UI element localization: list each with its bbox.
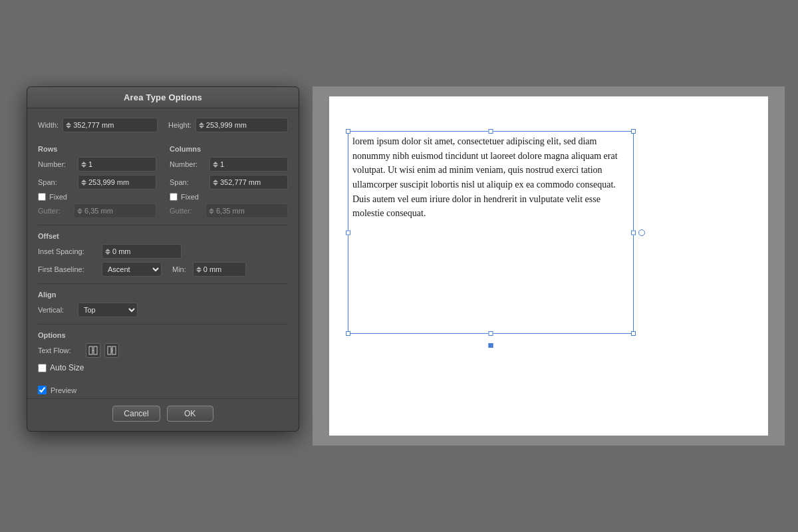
width-down-arrow[interactable] (66, 126, 71, 128)
columns-block: Columns Number: 1 Span: (170, 138, 288, 218)
columns-gutter-label: Gutter: (170, 207, 205, 215)
align-title: Align (38, 291, 288, 299)
handle-middle-left[interactable] (346, 230, 350, 235)
rows-columns-section: Rows Number: 1 Span: (38, 138, 288, 218)
area-type-options-dialog: Area Type Options Width: 352,777 mm (27, 86, 299, 432)
vertical-align-row: Vertical: Top Center Bottom (38, 303, 288, 317)
width-height-row: Width: 352,777 mm Height: (38, 118, 288, 136)
columns-fixed-row: Fixed (170, 193, 288, 201)
width-spinner[interactable] (66, 122, 71, 128)
height-input[interactable]: 253,999 mm (196, 118, 288, 132)
preview-checkbox[interactable] (38, 386, 47, 394)
height-value: 253,999 mm (206, 121, 285, 129)
width-value: 352,777 mm (73, 121, 154, 129)
rows-gutter-input: 6,35 mm (74, 203, 156, 218)
height-spinner[interactable] (199, 122, 204, 128)
text-flow-icon-1[interactable] (86, 343, 100, 358)
columns-span-input[interactable]: 352,777 mm (209, 175, 288, 190)
first-baseline-select[interactable]: Ascent Cap Height Leading x Height Em Bo… (102, 262, 162, 277)
offset-title: Offset (38, 232, 288, 240)
svg-rect-0 (89, 346, 92, 354)
dialog-title: Area Type Options (27, 87, 299, 108)
canvas-area: lorem ipsum dolor sit amet, consectetuer… (313, 86, 785, 446)
width-label: Width: (38, 121, 59, 129)
rows-title: Rows (38, 145, 156, 153)
columns-number-label: Number: (170, 160, 205, 168)
min-spinner[interactable] (196, 267, 201, 273)
text-flow-row: Text Flow: (38, 343, 288, 358)
rows-fixed-row: Fixed (38, 193, 156, 201)
text-flow-icons (86, 343, 119, 358)
text-box[interactable]: lorem ipsum dolor sit amet, consectetuer… (348, 131, 634, 334)
columns-number-value: 1 (220, 160, 285, 168)
columns-gutter-value: 6,35 mm (216, 207, 285, 215)
inset-spacing-input[interactable]: 0 mm (102, 244, 182, 259)
columns-number-input[interactable]: 1 (209, 157, 288, 172)
height-label: Height: (168, 121, 192, 129)
svg-rect-3 (108, 346, 111, 354)
width-up-arrow[interactable] (66, 122, 71, 125)
white-canvas: lorem ipsum dolor sit amet, consectetuer… (329, 96, 768, 436)
columns-title: Columns (170, 145, 288, 153)
columns-span-spinner[interactable] (213, 180, 218, 186)
rows-span-label: Span: (38, 178, 74, 186)
text-flow-icon-2[interactable] (104, 343, 119, 358)
divider-2 (38, 283, 288, 284)
ok-button[interactable]: OK (167, 406, 213, 422)
first-baseline-row: First Baseline: Ascent Cap Height Leadin… (38, 262, 288, 277)
handle-top-right[interactable] (631, 129, 636, 134)
divider-1 (38, 225, 288, 225)
rows-number-input[interactable]: 1 (78, 157, 156, 172)
vertical-align-select[interactable]: Top Center Bottom (78, 303, 138, 317)
align-section: Align Vertical: Top Center Bottom (38, 291, 288, 317)
dialog-footer: Cancel OK (27, 398, 299, 431)
height-down-arrow[interactable] (199, 126, 204, 128)
width-section: Width: 352,777 mm (38, 118, 158, 136)
options-section: Options Text Flow: (38, 331, 288, 358)
columns-fixed-checkbox[interactable] (170, 193, 178, 201)
vertical-label: Vertical: (38, 306, 74, 314)
height-up-arrow[interactable] (199, 122, 204, 125)
inset-spacing-spinner[interactable] (105, 249, 110, 255)
columns-gutter-row: Gutter: 6,35 mm (170, 203, 288, 218)
auto-size-row: Auto Size (38, 363, 288, 372)
rows-span-input[interactable]: 253,999 mm (78, 175, 156, 190)
columns-fixed-label: Fixed (181, 193, 199, 201)
rows-block: Rows Number: 1 Span: (38, 138, 156, 218)
width-input[interactable]: 352,777 mm (63, 118, 158, 132)
rows-gutter-row: Gutter: 6,35 mm (38, 203, 156, 218)
cancel-button[interactable]: Cancel (112, 406, 160, 422)
handle-top-middle[interactable] (489, 129, 493, 134)
rows-span-spinner[interactable] (81, 180, 86, 186)
first-baseline-label: First Baseline: (38, 265, 98, 273)
columns-gutter-input: 6,35 mm (205, 203, 288, 218)
inset-spacing-row: Inset Spacing: 0 mm (38, 244, 288, 259)
handle-bottom-left[interactable] (346, 331, 350, 336)
rows-fixed-checkbox[interactable] (38, 193, 46, 201)
bottom-port[interactable] (489, 343, 493, 348)
svg-rect-4 (112, 346, 116, 354)
handle-middle-right[interactable] (631, 230, 636, 235)
handle-bottom-middle[interactable] (489, 331, 493, 336)
min-value: 0 mm (203, 265, 243, 273)
min-input[interactable]: 0 mm (193, 262, 246, 277)
rows-number-label: Number: (38, 160, 74, 168)
dialog-body: Width: 352,777 mm Height: (27, 108, 299, 386)
rows-fixed-label: Fixed (49, 193, 67, 201)
columns-number-spinner[interactable] (213, 162, 218, 168)
inset-spacing-value: 0 mm (112, 247, 178, 255)
rows-span-value: 253,999 mm (88, 178, 153, 186)
rows-gutter-value: 6,35 mm (84, 207, 153, 215)
auto-size-label: Auto Size (50, 363, 84, 372)
preview-label: Preview (51, 386, 76, 394)
handle-top-left[interactable] (346, 129, 350, 134)
rows-gutter-label: Gutter: (38, 207, 74, 215)
rows-number-value: 1 (88, 160, 153, 168)
divider-3 (38, 324, 288, 325)
min-label: Min: (172, 265, 186, 273)
auto-size-checkbox[interactable] (38, 364, 47, 372)
svg-rect-1 (94, 346, 97, 354)
rows-number-spinner[interactable] (81, 162, 86, 168)
thread-port[interactable] (638, 229, 645, 236)
handle-bottom-right[interactable] (631, 331, 636, 336)
